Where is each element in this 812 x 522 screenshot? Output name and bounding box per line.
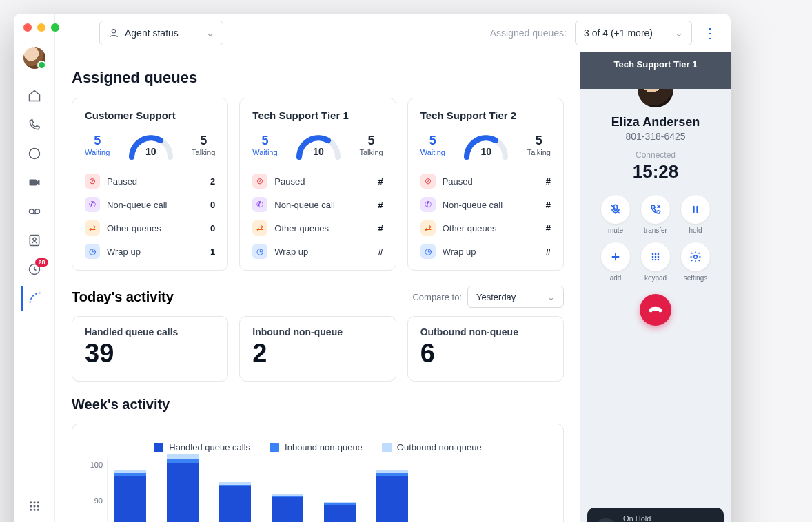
svg-point-2 [29, 209, 34, 214]
queue-title: Customer Support [85, 109, 215, 121]
assigned-queues-value: 3 of 4 (+1 more) [584, 28, 653, 39]
agent-status-label: Agent status [125, 28, 179, 39]
compare-to-dropdown[interactable]: Yesterday ⌄ [467, 286, 564, 308]
metric-label: Handled queue calls [85, 326, 215, 337]
mute-button[interactable]: mute [601, 195, 630, 234]
svg-point-7 [30, 501, 32, 503]
queue-card[interactable]: Customer Support 5Waiting 10 5Talking ⊘P… [72, 98, 228, 271]
transfer-button[interactable]: transfer [641, 195, 670, 234]
stat-paused: ⊘Paused# [420, 169, 551, 193]
call-queue-name: Tech Support Tier 1 [580, 52, 731, 89]
transfer-icon [649, 203, 662, 216]
waiting-stat: 5Waiting [420, 134, 445, 156]
nav-history[interactable]: 28 [21, 257, 48, 282]
svg-point-17 [112, 29, 115, 32]
stat-other-queues: ⇄Other queues# [420, 216, 551, 240]
stat-wrap-up: ◷Wrap up1 [85, 240, 215, 263]
on-hold-card[interactable]: On Hold Jennifer Reid 577-559-2382 [587, 508, 724, 522]
metric-value: 2 [252, 339, 383, 368]
svg-point-9 [37, 501, 39, 503]
metric-value: 6 [420, 339, 551, 368]
metric-card: Inbound non-queue2 [239, 316, 396, 382]
chevron-down-icon: ⌄ [675, 28, 683, 39]
svg-rect-20 [696, 206, 698, 213]
more-menu-button[interactable]: ⋮ [700, 23, 720, 43]
queue-gauge: 10 [461, 129, 511, 160]
nav-chat[interactable] [21, 141, 48, 166]
assigned-queues-label: Assigned queues: [490, 28, 567, 39]
traffic-lights [23, 23, 59, 32]
week-activity-heading: Week's activity [72, 397, 564, 413]
queue-gauge: 10 [294, 129, 343, 160]
compare-to-label: Compare to: [412, 292, 462, 302]
bar-column [219, 482, 251, 522]
week-chart-card: Handled queue calls Inbound non-queue Ou… [72, 424, 564, 522]
bar-column [376, 470, 408, 522]
chevron-down-icon: ⌄ [206, 28, 214, 39]
metric-card: Handled queue calls39 [72, 316, 228, 382]
maximize-window-button[interactable] [51, 23, 59, 32]
nav-video[interactable] [21, 170, 48, 195]
svg-point-29 [658, 259, 660, 261]
active-call-panel: Tech Support Tier 1 Eliza Andersen 801-3… [580, 52, 731, 522]
topbar: Agent status ⌄ Assigned queues: 3 of 4 (… [55, 14, 731, 52]
stat-paused: ⊘Paused# [252, 169, 383, 193]
metric-label: Outbound non-queue [420, 326, 551, 337]
assigned-queues-dropdown[interactable]: 3 of 4 (+1 more) ⌄ [575, 21, 692, 45]
add-button[interactable]: add [601, 242, 630, 282]
svg-point-27 [652, 259, 654, 261]
caller-number: 801-318-6425 [625, 131, 685, 142]
current-user-avatar[interactable] [23, 47, 45, 69]
call-settings-button[interactable]: settings [681, 242, 710, 282]
sidebar: 28 [14, 14, 55, 522]
legend-outbound: Outbound non-queue [382, 442, 482, 452]
svg-point-11 [33, 505, 35, 508]
caller-name: Eliza Andersen [611, 115, 700, 129]
stat-non-queue: ✆Non-queue call# [420, 193, 551, 216]
svg-point-22 [655, 253, 657, 255]
svg-point-23 [658, 253, 660, 255]
stat-paused: ⊘Paused2 [85, 169, 215, 193]
bar-column [114, 470, 146, 522]
hold-button[interactable]: hold [681, 195, 710, 234]
minimize-window-button[interactable] [37, 23, 45, 32]
call-duration: 15:28 [633, 161, 679, 182]
svg-point-30 [694, 255, 698, 259]
week-chart: 1009080 [82, 459, 554, 522]
svg-point-10 [30, 505, 32, 508]
svg-point-13 [30, 509, 32, 511]
nav-calls[interactable] [21, 112, 48, 137]
svg-point-3 [34, 209, 39, 214]
chevron-down-icon: ⌄ [547, 292, 555, 302]
legend-inbound: Inbound non-queue [270, 442, 363, 452]
stat-non-queue: ✆Non-queue call0 [85, 193, 215, 216]
queue-card[interactable]: Tech Support Tier 1 5Waiting 10 5Talking… [239, 98, 396, 271]
svg-point-24 [652, 256, 654, 258]
hangup-button[interactable] [640, 294, 671, 326]
queue-title: Tech Support Tier 2 [420, 109, 551, 121]
agent-status-dropdown[interactable]: Agent status ⌄ [99, 21, 223, 45]
svg-point-0 [29, 149, 39, 159]
stat-wrap-up: ◷Wrap up# [252, 240, 383, 263]
nav-queues[interactable] [21, 286, 48, 311]
nav-home[interactable] [21, 83, 48, 108]
queue-card[interactable]: Tech Support Tier 2 5Waiting 10 5Talking… [407, 98, 564, 271]
stat-non-queue: ✆Non-queue call# [252, 193, 383, 216]
svg-point-5 [32, 238, 35, 240]
nav-contacts[interactable] [21, 228, 48, 253]
main-area: Agent status ⌄ Assigned queues: 3 of 4 (… [55, 14, 731, 522]
bar-column [167, 454, 199, 522]
keypad-button[interactable]: keypad [641, 242, 670, 282]
close-window-button[interactable] [23, 23, 32, 32]
on-hold-icon [596, 518, 616, 523]
nav-dialpad[interactable] [21, 494, 48, 519]
compare-to-value: Yesterday [476, 292, 516, 302]
waiting-stat: 5Waiting [252, 134, 277, 156]
nav-voicemail[interactable] [21, 199, 48, 224]
svg-point-28 [655, 259, 657, 261]
svg-point-25 [655, 256, 657, 258]
metric-label: Inbound non-queue [252, 326, 383, 337]
bar-column [272, 494, 303, 522]
app-window: 28 Agent status ⌄ Assigned queues: 3 of … [14, 14, 731, 522]
hold-status: On Hold [623, 514, 680, 522]
